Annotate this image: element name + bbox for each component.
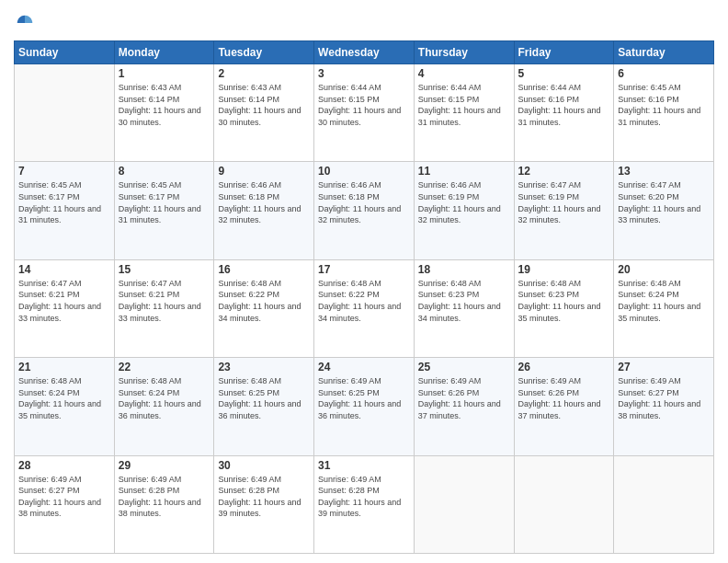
weekday-header-saturday: Saturday	[614, 41, 714, 64]
day-number: 7	[18, 165, 110, 178]
day-info: Sunrise: 6:48 AMSunset: 6:24 PMDaylight:…	[18, 375, 110, 421]
day-info: Sunrise: 6:48 AMSunset: 6:22 PMDaylight:…	[218, 278, 310, 324]
calendar-cell: 31Sunrise: 6:49 AMSunset: 6:28 PMDayligh…	[314, 455, 415, 553]
day-number: 22	[119, 361, 210, 373]
calendar-cell: 2Sunrise: 6:43 AMSunset: 6:14 PMDaylight…	[214, 64, 314, 162]
day-info: Sunrise: 6:45 AMSunset: 6:16 PMDaylight:…	[618, 82, 710, 128]
day-number: 29	[119, 459, 210, 472]
logo-icon	[15, 13, 35, 33]
calendar-cell: 27Sunrise: 6:49 AMSunset: 6:27 PMDayligh…	[614, 358, 714, 455]
calendar-cell: 3Sunrise: 6:44 AMSunset: 6:15 PMDaylight…	[314, 64, 415, 162]
calendar-cell: 9Sunrise: 6:46 AMSunset: 6:18 PMDaylight…	[214, 162, 314, 259]
calendar-week-2: 7Sunrise: 6:45 AMSunset: 6:17 PMDaylight…	[15, 162, 714, 259]
day-info: Sunrise: 6:49 AMSunset: 6:28 PMDaylight:…	[318, 474, 410, 520]
calendar-cell: 21Sunrise: 6:48 AMSunset: 6:24 PMDayligh…	[15, 358, 115, 455]
day-info: Sunrise: 6:49 AMSunset: 6:26 PMDaylight:…	[418, 375, 510, 421]
calendar-cell: 4Sunrise: 6:44 AMSunset: 6:15 PMDaylight…	[414, 64, 514, 162]
day-number: 20	[618, 263, 710, 276]
day-info: Sunrise: 6:46 AMSunset: 6:19 PMDaylight:…	[418, 179, 510, 225]
calendar-cell	[614, 455, 714, 553]
calendar-cell: 1Sunrise: 6:43 AMSunset: 6:14 PMDaylight…	[114, 64, 214, 162]
calendar-week-3: 14Sunrise: 6:47 AMSunset: 6:21 PMDayligh…	[15, 259, 714, 357]
day-info: Sunrise: 6:49 AMSunset: 6:26 PMDaylight:…	[518, 375, 610, 421]
day-number: 24	[318, 361, 410, 373]
calendar-cell: 8Sunrise: 6:45 AMSunset: 6:17 PMDaylight…	[114, 162, 214, 259]
day-number: 8	[119, 165, 210, 178]
calendar-cell: 16Sunrise: 6:48 AMSunset: 6:22 PMDayligh…	[214, 259, 314, 357]
day-info: Sunrise: 6:43 AMSunset: 6:14 PMDaylight:…	[218, 82, 310, 128]
calendar-cell	[414, 455, 514, 553]
weekday-header-friday: Friday	[514, 41, 614, 64]
calendar-cell: 14Sunrise: 6:47 AMSunset: 6:21 PMDayligh…	[15, 259, 115, 357]
day-info: Sunrise: 6:46 AMSunset: 6:18 PMDaylight:…	[218, 179, 310, 225]
day-info: Sunrise: 6:48 AMSunset: 6:23 PMDaylight:…	[518, 278, 610, 324]
calendar-cell: 19Sunrise: 6:48 AMSunset: 6:23 PMDayligh…	[514, 259, 614, 357]
calendar-cell: 20Sunrise: 6:48 AMSunset: 6:24 PMDayligh…	[614, 259, 714, 357]
day-number: 13	[618, 165, 710, 178]
calendar-cell: 24Sunrise: 6:49 AMSunset: 6:25 PMDayligh…	[314, 358, 415, 455]
day-number: 10	[318, 165, 410, 178]
day-number: 19	[518, 263, 610, 276]
weekday-header-row: SundayMondayTuesdayWednesdayThursdayFrid…	[15, 41, 714, 64]
day-number: 17	[318, 263, 410, 276]
day-info: Sunrise: 6:43 AMSunset: 6:14 PMDaylight:…	[119, 82, 210, 128]
day-info: Sunrise: 6:47 AMSunset: 6:21 PMDaylight:…	[18, 278, 110, 324]
calendar-cell: 11Sunrise: 6:46 AMSunset: 6:19 PMDayligh…	[414, 162, 514, 259]
calendar-cell: 13Sunrise: 6:47 AMSunset: 6:20 PMDayligh…	[614, 162, 714, 259]
day-info: Sunrise: 6:48 AMSunset: 6:22 PMDaylight:…	[318, 278, 410, 324]
day-info: Sunrise: 6:49 AMSunset: 6:27 PMDaylight:…	[18, 474, 110, 520]
day-info: Sunrise: 6:49 AMSunset: 6:28 PMDaylight:…	[119, 474, 210, 520]
day-info: Sunrise: 6:48 AMSunset: 6:24 PMDaylight:…	[119, 375, 210, 421]
logo	[14, 13, 36, 33]
calendar-cell: 22Sunrise: 6:48 AMSunset: 6:24 PMDayligh…	[114, 358, 214, 455]
calendar-cell: 6Sunrise: 6:45 AMSunset: 6:16 PMDaylight…	[614, 64, 714, 162]
day-number: 30	[218, 459, 310, 472]
day-number: 5	[518, 67, 610, 80]
calendar-cell: 25Sunrise: 6:49 AMSunset: 6:26 PMDayligh…	[414, 358, 514, 455]
calendar-cell: 10Sunrise: 6:46 AMSunset: 6:18 PMDayligh…	[314, 162, 415, 259]
header	[14, 9, 714, 33]
calendar-week-1: 1Sunrise: 6:43 AMSunset: 6:14 PMDaylight…	[15, 64, 714, 162]
calendar-cell: 28Sunrise: 6:49 AMSunset: 6:27 PMDayligh…	[15, 455, 115, 553]
calendar-cell: 7Sunrise: 6:45 AMSunset: 6:17 PMDaylight…	[15, 162, 115, 259]
calendar-cell	[15, 64, 115, 162]
day-number: 27	[618, 361, 710, 373]
calendar-week-4: 21Sunrise: 6:48 AMSunset: 6:24 PMDayligh…	[15, 358, 714, 455]
day-info: Sunrise: 6:49 AMSunset: 6:27 PMDaylight:…	[618, 375, 710, 421]
day-number: 11	[418, 165, 510, 178]
calendar-cell: 23Sunrise: 6:48 AMSunset: 6:25 PMDayligh…	[214, 358, 314, 455]
calendar-cell: 12Sunrise: 6:47 AMSunset: 6:19 PMDayligh…	[514, 162, 614, 259]
day-number: 12	[518, 165, 610, 178]
day-number: 25	[418, 361, 510, 373]
calendar-cell: 5Sunrise: 6:44 AMSunset: 6:16 PMDaylight…	[514, 64, 614, 162]
day-info: Sunrise: 6:45 AMSunset: 6:17 PMDaylight:…	[119, 179, 210, 225]
day-number: 18	[418, 263, 510, 276]
day-info: Sunrise: 6:47 AMSunset: 6:20 PMDaylight:…	[618, 179, 710, 225]
calendar-cell	[514, 455, 614, 553]
day-info: Sunrise: 6:47 AMSunset: 6:19 PMDaylight:…	[518, 179, 610, 225]
day-number: 31	[318, 459, 410, 472]
day-info: Sunrise: 6:47 AMSunset: 6:21 PMDaylight:…	[119, 278, 210, 324]
day-number: 2	[218, 67, 310, 80]
day-number: 15	[119, 263, 210, 276]
weekday-header-sunday: Sunday	[15, 41, 115, 64]
calendar-cell: 29Sunrise: 6:49 AMSunset: 6:28 PMDayligh…	[114, 455, 214, 553]
weekday-header-wednesday: Wednesday	[314, 41, 415, 64]
day-number: 14	[18, 263, 110, 276]
day-info: Sunrise: 6:44 AMSunset: 6:16 PMDaylight:…	[518, 82, 610, 128]
calendar-cell: 30Sunrise: 6:49 AMSunset: 6:28 PMDayligh…	[214, 455, 314, 553]
day-number: 4	[418, 67, 510, 80]
day-number: 3	[318, 67, 410, 80]
day-info: Sunrise: 6:45 AMSunset: 6:17 PMDaylight:…	[18, 179, 110, 225]
day-number: 21	[18, 361, 110, 373]
day-info: Sunrise: 6:46 AMSunset: 6:18 PMDaylight:…	[318, 179, 410, 225]
day-info: Sunrise: 6:48 AMSunset: 6:23 PMDaylight:…	[418, 278, 510, 324]
day-info: Sunrise: 6:48 AMSunset: 6:24 PMDaylight:…	[618, 278, 710, 324]
weekday-header-thursday: Thursday	[414, 41, 514, 64]
weekday-header-tuesday: Tuesday	[214, 41, 314, 64]
calendar-cell: 18Sunrise: 6:48 AMSunset: 6:23 PMDayligh…	[414, 259, 514, 357]
day-number: 6	[618, 67, 710, 80]
page: SundayMondayTuesdayWednesdayThursdayFrid…	[0, 0, 728, 563]
day-number: 26	[518, 361, 610, 373]
day-number: 1	[119, 67, 210, 80]
